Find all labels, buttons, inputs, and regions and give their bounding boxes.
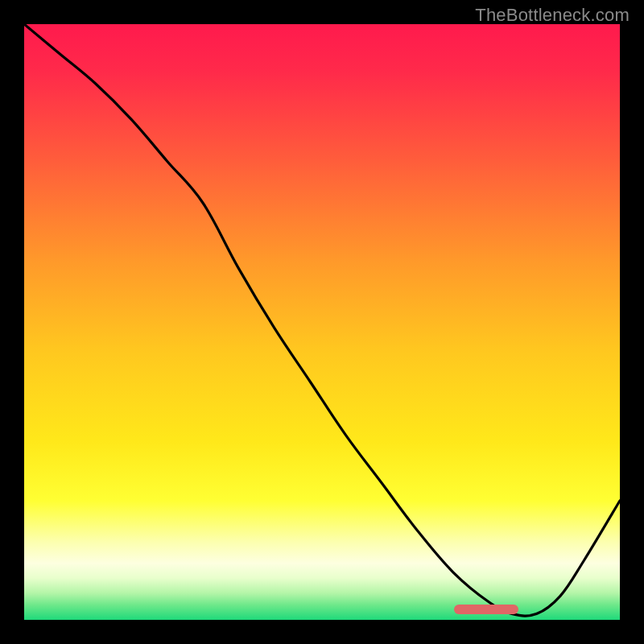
plot-area — [24, 24, 620, 620]
optimal-range-marker — [454, 605, 518, 614]
chart-container: TheBottleneck.com — [0, 0, 644, 644]
watermark-text: TheBottleneck.com — [475, 5, 630, 26]
bottleneck-curve — [24, 24, 620, 620]
